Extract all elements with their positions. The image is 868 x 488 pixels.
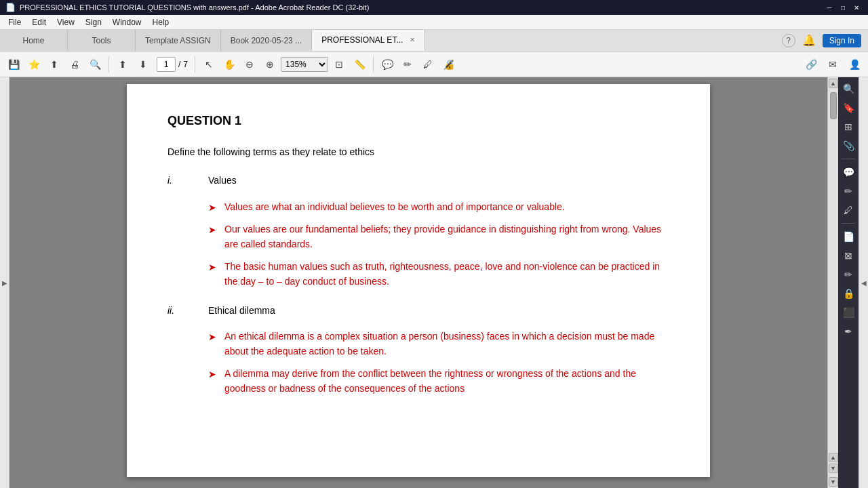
bullet-arrow-1: ➤ <box>208 200 224 215</box>
toolbar: 💾 ⭐ ⬆ 🖨 🔍 ⬆ ⬇ / 7 ↖ ✋ ⊖ ⊕ 135% 50% 75% 1… <box>0 52 868 77</box>
page-separator: / <box>178 60 180 69</box>
rs-bookmark-icon[interactable]: 🔖 <box>840 99 857 117</box>
title-bar: 📄 PROFESSIONAL ETHICS TUTORIAL QUESTIONS… <box>0 0 868 15</box>
separator-1 <box>108 56 109 73</box>
tab-professional-label: PROFESSIONAL ET... <box>321 35 403 45</box>
rs-layers-icon[interactable]: ⊞ <box>840 118 857 136</box>
right-panel-toggle[interactable]: ◀ <box>859 77 868 488</box>
scroll-up-button[interactable]: ▲ <box>829 79 838 88</box>
notifications-icon[interactable]: 🔔 <box>802 34 816 47</box>
pdf-area: QUESTION 1 Define the following terms as… <box>9 77 827 488</box>
rs-lock-icon[interactable]: 🔒 <box>840 285 857 302</box>
measure-tool[interactable]: 📏 <box>350 55 369 74</box>
bullet-arrow-4: ➤ <box>208 329 224 344</box>
help-icon[interactable]: ? <box>782 34 795 47</box>
tab-help-area: ? 🔔 Sign In <box>775 30 868 51</box>
share-button[interactable]: 🔗 <box>802 55 821 74</box>
scroll-chevron-down[interactable]: ▼ <box>829 464 838 473</box>
section-title-1: Values <box>208 173 237 188</box>
cursor-tool[interactable]: ↖ <box>199 55 218 74</box>
bookmark-add-button[interactable]: ⭐ <box>24 55 43 74</box>
upload-button[interactable]: ⬆ <box>45 55 64 74</box>
rs-compress-icon[interactable]: ⊠ <box>840 247 857 264</box>
rs-highlight-icon[interactable]: 🖊 <box>840 201 857 219</box>
section-num-2: ii. <box>167 303 208 318</box>
tab-close-icon[interactable]: ✕ <box>410 36 415 43</box>
bullet-text-4: An ethical dilemma is a complex situatio… <box>224 329 669 359</box>
sticky-note-button[interactable]: 💬 <box>378 55 397 74</box>
section-ethical: ii. Ethical dilemma <box>167 303 669 318</box>
page-input[interactable] <box>157 57 176 72</box>
marquee-tool[interactable]: ⊡ <box>330 55 349 74</box>
stamp-button[interactable]: 🔏 <box>439 55 458 74</box>
highlight-button[interactable]: 🖊 <box>418 55 437 74</box>
menu-edit[interactable]: Edit <box>26 16 52 28</box>
menu-window[interactable]: Window <box>107 16 147 28</box>
pdf-page: QUESTION 1 Define the following terms as… <box>127 84 710 477</box>
minimize-button[interactable]: ─ <box>823 3 835 12</box>
tab-template-assign[interactable]: Template ASSIGN <box>136 30 221 51</box>
menu-file[interactable]: File <box>3 16 26 28</box>
tab-home-label: Home <box>22 36 44 45</box>
mail-button[interactable]: ✉ <box>823 55 842 74</box>
pen-button[interactable]: ✏ <box>398 55 417 74</box>
zoom-out-button[interactable]: 🔍 <box>85 55 104 74</box>
rs-separator-2 <box>842 223 855 224</box>
pdf-heading: QUESTION 1 <box>167 111 669 131</box>
rs-attachment-icon[interactable]: 📎 <box>840 137 857 155</box>
rs-export-pdf-icon[interactable]: 📄 <box>840 228 857 245</box>
scroll-thumb[interactable] <box>830 92 837 119</box>
tab-bar: Home Tools Template ASSIGN Book 2020-05-… <box>0 30 868 52</box>
section-title-2: Ethical dilemma <box>208 303 275 318</box>
scroll-down-button[interactable]: ▼ <box>829 477 838 487</box>
prev-page-button[interactable]: ⬆ <box>113 55 132 74</box>
bullet-values-2: ➤ Our values are our fundamental beliefs… <box>208 222 669 252</box>
rs-fill-sign-icon[interactable]: ✒ <box>840 323 857 340</box>
bullet-ethical-2: ➤ A dilemma may derive from the conflict… <box>208 366 669 396</box>
bullet-arrow-5: ➤ <box>208 367 224 382</box>
zoom-select[interactable]: 135% 50% 75% 100% 125% 150% 200% <box>281 57 328 72</box>
profile-button[interactable]: 👤 <box>845 55 864 74</box>
menu-bar: File Edit View Sign Window Help <box>0 15 868 30</box>
tab-book[interactable]: Book 2020-05-23 ... <box>221 30 312 51</box>
bullet-values-3: ➤ The basic human values such as truth, … <box>208 259 669 289</box>
menu-help[interactable]: Help <box>147 16 175 28</box>
scroll-chevron-up[interactable]: ▲ <box>829 453 838 462</box>
zoom-in-btn[interactable]: ⊕ <box>260 55 279 74</box>
bullet-values-1: ➤ Values are what an individual believes… <box>208 199 669 215</box>
page-nav: / 7 <box>157 57 188 72</box>
toolbar-right: 🔗 ✉ 👤 <box>802 55 864 74</box>
tab-tools[interactable]: Tools <box>68 30 136 51</box>
tab-home[interactable]: Home <box>0 30 68 51</box>
separator-3 <box>373 56 374 73</box>
bullet-arrow-2: ➤ <box>208 222 224 237</box>
rs-search-icon[interactable]: 🔍 <box>840 80 857 98</box>
menu-view[interactable]: View <box>52 16 80 28</box>
left-panel-toggle[interactable]: ▶ <box>0 77 9 488</box>
page-total: 7 <box>183 60 188 69</box>
bullet-text-3: The basic human values such as truth, ri… <box>224 259 669 289</box>
save-button[interactable]: 💾 <box>4 55 23 74</box>
menu-sign[interactable]: Sign <box>80 16 107 28</box>
section-num-1: i. <box>167 173 208 188</box>
hand-tool[interactable]: ✋ <box>220 55 239 74</box>
rs-edit-pdf-icon[interactable]: ✏ <box>840 266 857 283</box>
bullet-ethical-1: ➤ An ethical dilemma is a complex situat… <box>208 329 669 359</box>
print-button[interactable]: 🖨 <box>65 55 84 74</box>
maximize-button[interactable]: □ <box>837 3 849 12</box>
zoom-out-btn2[interactable]: ⊖ <box>240 55 259 74</box>
bullet-arrow-3: ➤ <box>208 260 224 274</box>
sign-in-button[interactable]: Sign In <box>823 34 861 47</box>
rs-redact-icon[interactable]: ⬛ <box>840 304 857 321</box>
app-icon: 📄 <box>5 3 16 12</box>
pdf-intro: Define the following terms as they relat… <box>167 144 669 159</box>
tab-book-label: Book 2020-05-23 ... <box>231 36 302 45</box>
vertical-scrollbar[interactable]: ▲ ▲ ▼ ▼ <box>827 77 838 488</box>
rs-pen-icon[interactable]: ✏ <box>840 182 857 200</box>
tab-professional[interactable]: PROFESSIONAL ET... ✕ <box>312 30 425 51</box>
rs-comment-icon[interactable]: 💬 <box>840 163 857 181</box>
next-page-button[interactable]: ⬇ <box>134 55 153 74</box>
close-button[interactable]: ✕ <box>850 3 863 12</box>
tab-template-assign-label: Template ASSIGN <box>145 36 211 45</box>
section-values: i. Values <box>167 173 669 188</box>
